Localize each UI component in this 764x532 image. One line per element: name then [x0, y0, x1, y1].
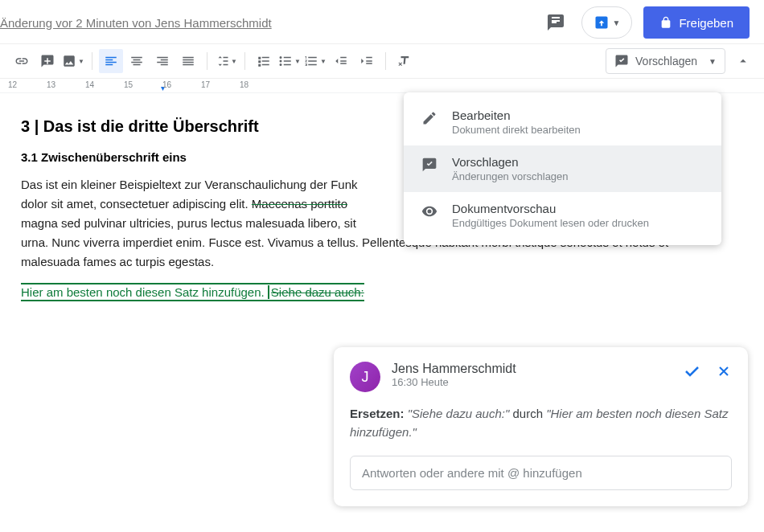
present-button[interactable]: ▼ — [581, 6, 633, 39]
suggestion-time: 16:30 Heute — [392, 376, 671, 388]
mode-button-label: Vorschlagen — [635, 55, 697, 68]
suggestion-body: Ersetzen: "Siehe dazu auch:" durch "Hier… — [350, 405, 732, 441]
ruler-tick: 18 — [240, 80, 249, 89]
suggest-icon — [421, 157, 439, 173]
mode-item-title: Bearbeiten — [452, 108, 581, 122]
checklist-button[interactable] — [252, 49, 276, 73]
numbered-list-button[interactable]: ▼ — [303, 49, 327, 73]
close-icon — [716, 363, 732, 379]
suggestion-action-label: Ersetzen: — [350, 407, 405, 420]
check-icon — [682, 362, 701, 381]
mode-item-sub: Änderungen vorschlagen — [452, 170, 569, 182]
text-run: magna sed pulvinar ultricies, purus lect… — [21, 216, 356, 230]
suggested-insert: Hier am besten noch diesen Satz hinzufüg… — [21, 285, 268, 299]
ruler-tick: 12 — [8, 80, 17, 89]
align-right-button[interactable] — [150, 49, 175, 73]
align-left-button[interactable] — [99, 49, 123, 73]
add-comment-button[interactable] — [35, 49, 60, 73]
deleted-text: Maecenas porttito — [252, 197, 347, 211]
align-center-button[interactable] — [125, 49, 149, 73]
eye-icon — [421, 203, 439, 219]
editing-mode-button[interactable]: Vorschlagen ▼ — [606, 48, 725, 74]
share-button-label: Freigeben — [679, 16, 733, 30]
chevron-down-icon: ▼ — [613, 18, 621, 27]
mode-item-sub: Endgültiges Dokument lesen oder drucken — [452, 217, 649, 229]
present-arrow-icon — [594, 14, 610, 31]
toolbar: ▼ ▼ ▼ ▼ Vorschlagen ▼ — [0, 43, 764, 79]
collapse-toolbar-button[interactable] — [732, 50, 754, 72]
ruler-tick: 13 — [47, 80, 55, 89]
ruler-tick: 14 — [85, 80, 94, 89]
suggestion-card: J Jens Hammerschmidt 16:30 Heute Ersetze… — [334, 347, 748, 506]
bullet-list-button[interactable]: ▼ — [277, 49, 302, 73]
clear-formatting-button[interactable] — [392, 49, 417, 73]
mode-item-title: Dokumentvorschau — [452, 202, 649, 215]
chevron-up-icon — [736, 54, 750, 68]
open-comments-button[interactable] — [541, 8, 570, 37]
mode-item-title: Vorschlagen — [452, 155, 569, 169]
history-text[interactable]: Änderung vor 2 Minuten von Jens Hammersc… — [0, 16, 272, 30]
comment-icon — [546, 13, 565, 32]
insert-image-button[interactable]: ▼ — [61, 49, 85, 73]
mode-item-sub: Dokument direkt bearbeiten — [452, 124, 581, 136]
suggested-edit[interactable]: Hier am besten noch diesen Satz hinzufüg… — [21, 283, 364, 301]
mode-item-suggest[interactable]: Vorschlagen Änderungen vorschlagen — [404, 145, 721, 192]
text-run: Das ist ein kleiner Beispieltext zur Ver… — [21, 178, 358, 191]
separator — [244, 52, 245, 70]
suggestion-old-text: "Siehe dazu auch:" — [408, 407, 510, 420]
chevron-down-icon: ▼ — [709, 57, 717, 66]
increase-indent-button[interactable] — [355, 49, 379, 73]
separator — [207, 52, 207, 70]
author-name: Jens Hammerschmidt — [392, 362, 671, 376]
align-justify-button[interactable] — [176, 49, 200, 73]
reject-suggestion-button[interactable] — [716, 363, 732, 379]
pencil-icon — [421, 110, 439, 126]
mode-item-edit[interactable]: Bearbeiten Dokument direkt bearbeiten — [404, 99, 721, 145]
accept-suggestion-button[interactable] — [682, 362, 701, 381]
mode-item-viewing[interactable]: Dokumentvorschau Endgültiges Dokument le… — [404, 192, 721, 239]
line-spacing-button[interactable]: ▼ — [214, 49, 238, 73]
decrease-indent-button[interactable] — [329, 49, 353, 73]
share-button[interactable]: Freigeben — [643, 6, 750, 39]
ruler-tick: 15 — [124, 80, 133, 89]
avatar: J — [350, 362, 380, 392]
ruler-tick: 17 — [201, 80, 210, 89]
text-run: dolor sit amet, consectetuer adipiscing … — [21, 197, 252, 211]
reply-input[interactable]: Antworten oder andere mit @ hinzufügen — [350, 456, 732, 490]
suggestion-connector: durch — [509, 407, 546, 420]
separator — [385, 52, 386, 70]
insert-link-button[interactable] — [10, 49, 34, 73]
ruler-tick: 16 — [162, 80, 171, 89]
suggest-mode-icon — [614, 54, 629, 68]
editing-mode-menu: Bearbeiten Dokument direkt bearbeiten Vo… — [404, 92, 721, 245]
separator — [92, 52, 92, 70]
lock-icon — [659, 16, 672, 29]
suggested-delete: Siehe dazu auch: — [268, 285, 364, 299]
ruler[interactable]: 12 13 14 15 ▾ 16 17 18 — [0, 79, 764, 93]
